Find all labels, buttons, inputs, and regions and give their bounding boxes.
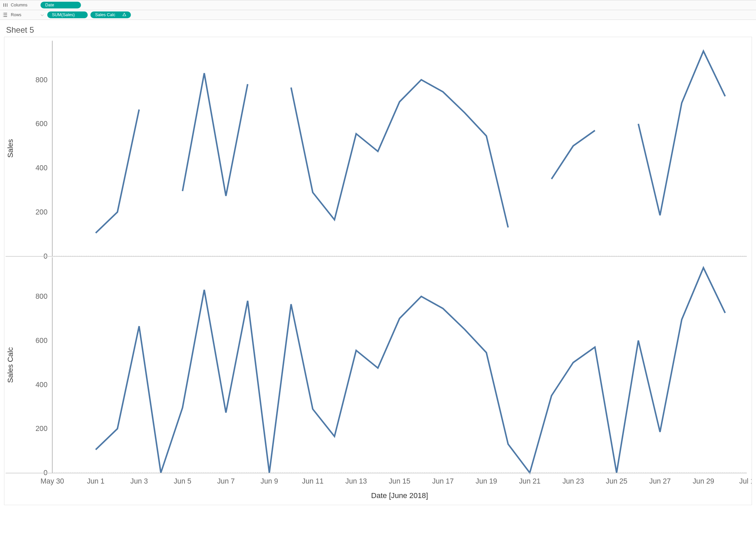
pill-label: Sales Calc <box>95 12 115 17</box>
x-tick-label: Jun 19 <box>476 477 497 485</box>
pill-sum-sales[interactable]: SUM(Sales) <box>47 11 88 18</box>
y-tick-label: 200 <box>35 208 48 216</box>
svg-point-7 <box>3 14 3 15</box>
svg-rect-4 <box>4 14 7 15</box>
x-tick-label: Jun 27 <box>649 477 671 485</box>
x-tick-label: Jun 11 <box>302 477 324 485</box>
x-tick-label: Jun 13 <box>345 477 367 485</box>
y-tick-label: 400 <box>35 381 48 389</box>
pill-sales-calc[interactable]: Sales Calc <box>90 11 131 18</box>
x-tick-label: Jun 25 <box>606 477 627 485</box>
x-tick-label: Jun 9 <box>260 477 278 485</box>
y-tick-label: 400 <box>35 164 48 172</box>
svg-rect-3 <box>4 13 7 13</box>
y-tick-label: 800 <box>35 76 48 84</box>
x-tick-label: Jun 1 <box>87 477 105 485</box>
x-tick-label: Jun 7 <box>217 477 235 485</box>
visualization[interactable]: 0200400600800Sales0200400600800Sales Cal… <box>4 37 752 505</box>
x-tick-label: Jul 1 <box>739 477 752 485</box>
y-tick-label: 200 <box>35 425 48 433</box>
pill-label: Date <box>45 3 54 7</box>
rows-dropdown-icon[interactable] <box>40 13 45 17</box>
svg-rect-5 <box>4 16 7 17</box>
x-tick-label: Jun 21 <box>519 477 540 485</box>
chart-svg: 0200400600800Sales0200400600800Sales Cal… <box>4 37 752 504</box>
y-tick-label: 600 <box>35 120 48 128</box>
svg-rect-0 <box>3 3 4 7</box>
y-tick-label: 800 <box>35 292 48 300</box>
data-series-line[interactable] <box>96 268 725 473</box>
sheet-area: Sheet 5 0200400600800Sales0200400600800S… <box>0 20 756 508</box>
x-tick-label: Jun 23 <box>562 477 584 485</box>
data-series-line[interactable] <box>638 51 725 215</box>
x-axis-title: Date [June 2018] <box>371 491 428 500</box>
x-tick-label: Jun 17 <box>432 477 454 485</box>
columns-icon <box>3 2 8 8</box>
y-tick-label: 600 <box>35 337 48 345</box>
x-tick-label: Jun 5 <box>174 477 191 485</box>
svg-point-6 <box>3 13 3 13</box>
data-series-line[interactable] <box>552 130 595 179</box>
pill-label: SUM(Sales) <box>52 12 75 17</box>
svg-point-8 <box>3 16 3 17</box>
y-axis-title: Sales Calc <box>6 347 15 383</box>
rows-icon <box>3 12 8 18</box>
data-series-line[interactable] <box>96 110 139 233</box>
table-calc-delta-icon <box>122 13 126 17</box>
sheet-title[interactable]: Sheet 5 <box>6 25 753 35</box>
x-tick-label: Jun 3 <box>130 477 148 485</box>
x-tick-label: May 30 <box>40 477 64 485</box>
rows-shelf[interactable]: Rows SUM(Sales) Sales Calc <box>0 10 756 20</box>
shelves-container: Columns Date Rows SUM(Sales) Sales Calc <box>0 0 756 20</box>
data-series-line[interactable] <box>291 80 508 228</box>
svg-rect-2 <box>7 3 7 7</box>
rows-shelf-label: Rows <box>11 12 38 17</box>
x-tick-label: Jun 29 <box>693 477 714 485</box>
pill-date[interactable]: Date <box>40 2 81 8</box>
columns-shelf[interactable]: Columns Date <box>0 0 756 10</box>
data-series-line[interactable] <box>183 73 248 196</box>
x-tick-label: Jun 15 <box>389 477 410 485</box>
columns-shelf-label: Columns <box>11 3 38 7</box>
svg-rect-1 <box>5 3 6 7</box>
y-axis-title: Sales <box>6 139 15 157</box>
